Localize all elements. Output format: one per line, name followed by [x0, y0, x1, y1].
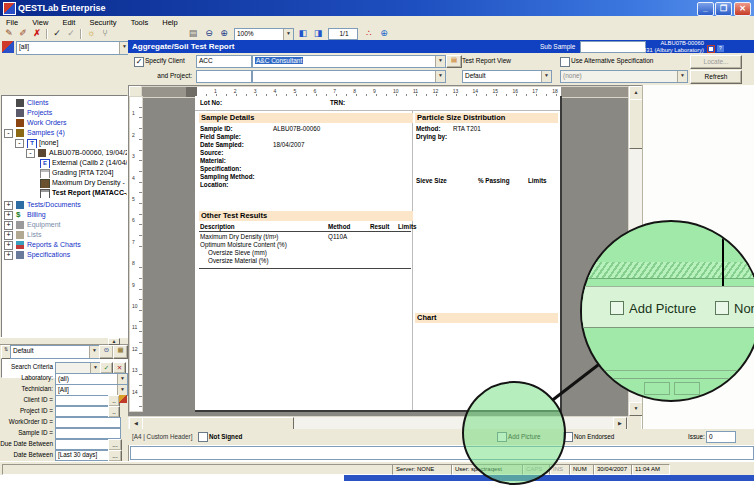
page-setup-label: [A4 | Custom Header] — [132, 433, 192, 440]
tree-item-billing[interactable]: + $ Billing — [2, 210, 127, 220]
help-icon[interactable]: ? — [717, 45, 724, 52]
tree-item-lists[interactable]: + Lists — [2, 230, 127, 240]
tree-item-projects[interactable]: Projects — [2, 108, 127, 118]
close-button[interactable]: ✕ — [734, 2, 751, 16]
maximize-button[interactable]: ❐ — [715, 2, 732, 16]
audit-trail-icon[interactable]: ∴ — [362, 28, 376, 39]
ruler-number: 6 — [132, 217, 135, 223]
run-search-icon[interactable]: ⊙ — [99, 345, 114, 359]
edit-item-icon[interactable]: ✐ — [16, 28, 30, 39]
tree-item-grading-test[interactable]: Grading [RTA T204] — [2, 168, 127, 178]
collapse-icon[interactable]: - — [4, 129, 13, 138]
tree-item-tests-documents[interactable]: + Tests/Documents — [2, 200, 127, 210]
page-indicator[interactable]: 1/1 — [328, 28, 358, 40]
sample-status-icon[interactable] — [707, 45, 715, 53]
menu-edit[interactable]: Edit — [62, 16, 75, 27]
chevron-down-icon[interactable]: ▼ — [541, 71, 551, 82]
preview-icon[interactable]: ☼ — [84, 28, 98, 39]
chevron-down-icon[interactable]: ▼ — [283, 29, 293, 40]
client-browse-icon[interactable]: ▤ — [446, 55, 462, 68]
menu-security[interactable]: Security — [89, 16, 116, 27]
delete-icon[interactable]: ✗ — [30, 28, 44, 39]
due-date-input[interactable] — [55, 439, 109, 450]
chevron-down-icon[interactable]: ▼ — [90, 363, 100, 373]
workorder-id-input[interactable] — [55, 417, 121, 428]
locate-button[interactable]: Locate... — [690, 55, 742, 69]
chevron-down-icon[interactable]: ▼ — [435, 56, 445, 67]
ruler-number: 10 — [132, 303, 138, 309]
tree-item-external-test[interactable]: E External (Calib 2 (14/04/2007)) — [2, 158, 127, 168]
tree-item-none-group[interactable]: - T [none] — [2, 138, 127, 148]
work-orders-icon — [16, 119, 24, 127]
print-icon[interactable]: ▤ — [186, 28, 200, 39]
chevron-down-icon[interactable]: ▼ — [435, 71, 445, 82]
tree-item-sample[interactable]: - ALBU07B-00060, 19/04/2007 — [2, 148, 127, 158]
expand-icon[interactable]: + — [4, 241, 13, 250]
tree-item-clients[interactable]: Clients — [2, 98, 127, 108]
expand-icon[interactable]: + — [4, 201, 13, 210]
zoom-out-icon[interactable]: ⊖ — [202, 28, 216, 39]
zoom-in-icon[interactable]: ⊕ — [217, 28, 231, 39]
magnifier-bubble-large: Add Picture Non Endorsed — [580, 220, 754, 402]
client-lookup-icon[interactable] — [119, 395, 127, 403]
chevron-down-icon[interactable]: ▼ — [677, 71, 687, 82]
comment-input[interactable] — [130, 446, 754, 460]
client-name-select[interactable]: A&C Consultant ▼ — [252, 55, 446, 68]
issue-input[interactable]: 0 — [706, 431, 736, 443]
specify-client-checkbox[interactable] — [134, 57, 144, 67]
layout-icon[interactable]: ▦ — [113, 345, 128, 359]
menu-help[interactable]: Help — [162, 16, 177, 27]
tree-item-reports-charts[interactable]: + Reports & Charts — [2, 240, 127, 250]
chevron-down-icon[interactable]: ▼ — [89, 346, 99, 358]
scroll-down-icon[interactable]: ▼ — [629, 402, 643, 416]
lot-no-label: Lot No: — [200, 99, 222, 107]
hierarchy-icon[interactable]: ⑂ — [98, 28, 112, 39]
menu-view[interactable]: View — [32, 16, 48, 27]
chevron-down-icon[interactable]: ▼ — [117, 374, 127, 384]
minimize-button[interactable]: _ — [697, 2, 714, 16]
expand-icon[interactable]: + — [4, 231, 13, 240]
scrollbar-thumb[interactable] — [629, 99, 643, 149]
title-bar: QESTLab Enterprise _ ❐ ✕ — [0, 0, 754, 16]
tree-item-samples[interactable]: - Samples (4) — [2, 128, 127, 138]
date-between-input[interactable]: [Last 30 days] — [55, 450, 109, 461]
expand-icon[interactable]: + — [4, 251, 13, 260]
prev-page-icon[interactable]: ◧ — [296, 28, 310, 39]
tree-item-work-orders[interactable]: Work Orders — [2, 118, 127, 128]
project-code-input[interactable] — [196, 70, 252, 83]
collapse-icon[interactable]: - — [26, 149, 35, 158]
new-item-icon[interactable]: ✎ — [2, 28, 16, 39]
project-id-input[interactable] — [55, 406, 109, 417]
web-icon[interactable]: ⊕ — [377, 28, 391, 39]
sample-id-input[interactable] — [55, 428, 121, 439]
tree-item-mdd-test[interactable]: Maximum Dry Density - Standard — [2, 178, 127, 188]
approve-icon[interactable]: ✓ — [50, 28, 64, 39]
client-id-input[interactable] — [55, 395, 109, 406]
scroll-up-icon[interactable]: ▲ — [629, 86, 643, 100]
refresh-button[interactable]: Refresh — [690, 70, 742, 84]
menu-tools[interactable]: Tools — [131, 16, 149, 27]
ruler-number: 17 — [532, 88, 538, 94]
search-profile-select[interactable]: Default ▼ — [10, 345, 100, 359]
tree-item-equipment[interactable]: + Equipment — [2, 220, 127, 230]
project-name-select[interactable]: ▼ — [252, 70, 446, 83]
specify-client-label: Specify Client — [145, 57, 185, 64]
next-page-icon[interactable]: ◨ — [311, 28, 325, 39]
chart-header: Chart — [415, 313, 558, 323]
view-select[interactable]: Default ▼ — [462, 70, 552, 83]
unapprove-icon[interactable]: ✓ — [64, 28, 78, 39]
collapse-icon[interactable]: - — [15, 139, 24, 148]
not-signed-checkbox[interactable] — [198, 432, 208, 442]
alt-spec-select[interactable]: (none) ▼ — [560, 70, 688, 83]
chevron-down-icon[interactable]: ▼ — [117, 385, 127, 395]
sidebar-filter-select[interactable]: [all] ▼ — [16, 41, 130, 55]
client-code-input[interactable]: ACC — [196, 55, 252, 68]
use-alt-spec-checkbox[interactable] — [560, 57, 570, 67]
sub-sample-label: Sub Sample — [540, 43, 575, 50]
tree-item-specifications[interactable]: + Specifications — [2, 250, 127, 260]
status-time: 11:04 AM — [631, 464, 670, 475]
expand-icon[interactable]: + — [4, 221, 13, 230]
expand-icon[interactable]: + — [4, 211, 13, 220]
menu-file[interactable]: File — [6, 16, 18, 27]
tree-item-test-report[interactable]: Test Report (MATACC-ALBU07 — [2, 188, 127, 198]
